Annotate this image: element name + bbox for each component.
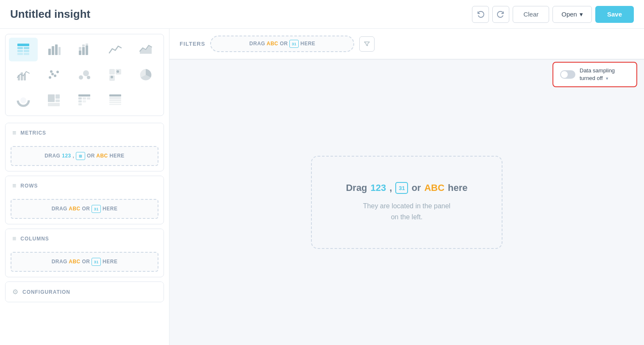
svg-point-24 <box>50 70 53 73</box>
main-layout: ≡ METRICS DRAG 123 , ⊞ OR ABC HERE ≡ ROW… <box>0 29 644 345</box>
svg-rect-49 <box>109 102 121 103</box>
configuration-section-header[interactable]: ⚙ CONFIGURATION <box>6 282 164 302</box>
main-drop-subtitle: They are located in the panelon the left… <box>346 201 467 222</box>
svg-rect-0 <box>17 44 29 46</box>
chevron-down-icon: ▾ <box>580 11 583 18</box>
header: Untitled insight Clear Open ▾ Save <box>0 0 644 29</box>
chart-type-flat-table[interactable] <box>101 88 130 112</box>
svg-point-21 <box>51 73 54 75</box>
data-sampling-label: Data sampling <box>580 67 615 74</box>
save-button[interactable]: Save <box>595 6 634 23</box>
svg-rect-14 <box>82 44 85 47</box>
chart-type-table[interactable] <box>9 38 38 61</box>
svg-rect-45 <box>78 103 82 105</box>
svg-rect-37 <box>56 99 60 102</box>
left-panel: ≡ METRICS DRAG 123 , ⊞ OR ABC HERE ≡ ROW… <box>0 29 169 345</box>
data-sampling-status: turned off <box>580 75 603 81</box>
svg-rect-42 <box>87 97 90 99</box>
chart-type-scatter[interactable] <box>39 63 68 87</box>
svg-rect-12 <box>79 47 81 50</box>
svg-rect-5 <box>17 53 23 55</box>
svg-rect-28 <box>109 69 115 75</box>
svg-rect-4 <box>24 50 29 52</box>
metrics-section-header[interactable]: ≡ METRICS <box>6 123 164 143</box>
chart-type-combo[interactable] <box>9 63 38 87</box>
chart-type-line[interactable] <box>101 38 130 61</box>
open-button[interactable]: Open ▾ <box>552 6 592 23</box>
columns-section-header[interactable]: ≡ COLUMNS <box>6 229 164 248</box>
data-sampling-chevron[interactable]: ▾ <box>606 76 608 81</box>
calc-icon-metrics: ⊞ <box>76 152 85 160</box>
svg-point-27 <box>87 76 90 79</box>
svg-rect-2 <box>24 47 29 49</box>
svg-point-34 <box>20 97 26 103</box>
svg-rect-10 <box>58 47 61 55</box>
clear-button[interactable]: Clear <box>513 6 549 23</box>
chart-type-treemap[interactable] <box>39 88 68 112</box>
svg-rect-44 <box>83 100 86 102</box>
svg-rect-6 <box>24 53 29 55</box>
cal-icon-cols: 31 <box>92 258 101 266</box>
svg-point-23 <box>56 71 59 73</box>
main-drop-area[interactable]: Drag 123 , 31 or ABC here They are locat… <box>169 60 644 345</box>
svg-point-26 <box>83 70 89 76</box>
right-content: Data sampling turned off ▾ FILTERS DRAG … <box>169 29 644 345</box>
svg-point-22 <box>54 75 56 77</box>
metrics-icon: ≡ <box>12 129 16 137</box>
data-sampling-box: Data sampling turned off ▾ <box>552 62 637 87</box>
svg-rect-1 <box>17 47 23 49</box>
chart-type-bar[interactable] <box>39 38 68 61</box>
filter-drop-zone[interactable]: DRAG ABC OR 31 HERE <box>210 36 354 52</box>
svg-rect-50 <box>109 104 121 105</box>
header-actions: Clear Open ▾ Save <box>472 6 634 23</box>
rows-icon: ≡ <box>12 182 16 190</box>
chart-type-pie[interactable] <box>131 63 160 87</box>
configuration-section: ⚙ CONFIGURATION <box>5 282 164 302</box>
page-title: Untitled insight <box>10 8 90 21</box>
columns-icon: ≡ <box>12 235 16 243</box>
cal-icon-main: 31 <box>395 182 408 194</box>
columns-section: ≡ COLUMNS DRAG ABC OR 31 HERE <box>5 229 164 277</box>
svg-rect-7 <box>48 49 51 55</box>
metrics-drop-zone[interactable]: DRAG 123 , ⊞ OR ABC HERE <box>11 146 158 166</box>
cal-icon-filter: 31 <box>289 40 299 48</box>
chart-type-bubble[interactable] <box>70 63 99 87</box>
columns-drop-zone[interactable]: DRAG ABC OR 31 HERE <box>11 252 158 272</box>
chart-type-grid <box>5 34 164 116</box>
svg-rect-48 <box>109 99 121 101</box>
svg-point-31 <box>111 76 113 78</box>
undo-button[interactable] <box>472 6 489 23</box>
svg-rect-47 <box>109 97 121 99</box>
cal-icon-rows: 31 <box>92 205 101 213</box>
chart-type-scatter2[interactable] <box>101 63 130 87</box>
svg-rect-8 <box>52 46 54 55</box>
svg-point-20 <box>49 76 51 79</box>
metrics-section: ≡ METRICS DRAG 123 , ⊞ OR ABC HERE <box>5 123 164 171</box>
chart-type-area[interactable] <box>131 38 160 61</box>
svg-rect-35 <box>48 94 55 102</box>
main-drop-box: Drag 123 , 31 or ABC here They are locat… <box>311 156 502 248</box>
svg-rect-15 <box>86 45 88 55</box>
svg-rect-16 <box>86 44 88 45</box>
chart-type-donut[interactable] <box>9 88 38 112</box>
svg-rect-3 <box>17 50 23 52</box>
chart-type-pivot[interactable] <box>70 88 99 112</box>
svg-rect-36 <box>56 94 60 99</box>
svg-rect-39 <box>78 94 90 97</box>
svg-rect-9 <box>55 44 58 55</box>
svg-rect-46 <box>109 94 121 97</box>
rows-section: ≡ ROWS DRAG ABC OR 31 HERE <box>5 176 164 224</box>
svg-rect-18 <box>21 72 23 80</box>
filters-bar: FILTERS DRAG ABC OR 31 HERE <box>169 29 644 59</box>
rows-section-header[interactable]: ≡ ROWS <box>6 176 164 196</box>
chart-type-stacked-bar[interactable] <box>70 38 99 61</box>
filter-funnel-button[interactable] <box>359 36 375 52</box>
data-sampling-toggle[interactable] <box>560 70 575 79</box>
rows-drop-zone[interactable]: DRAG ABC OR 31 HERE <box>11 199 158 219</box>
redo-button[interactable] <box>492 6 509 23</box>
main-drop-title: Drag 123 , 31 or ABC here <box>346 182 467 194</box>
svg-rect-38 <box>48 103 60 106</box>
svg-point-25 <box>79 75 83 80</box>
svg-rect-13 <box>82 47 85 55</box>
svg-rect-11 <box>79 50 81 55</box>
